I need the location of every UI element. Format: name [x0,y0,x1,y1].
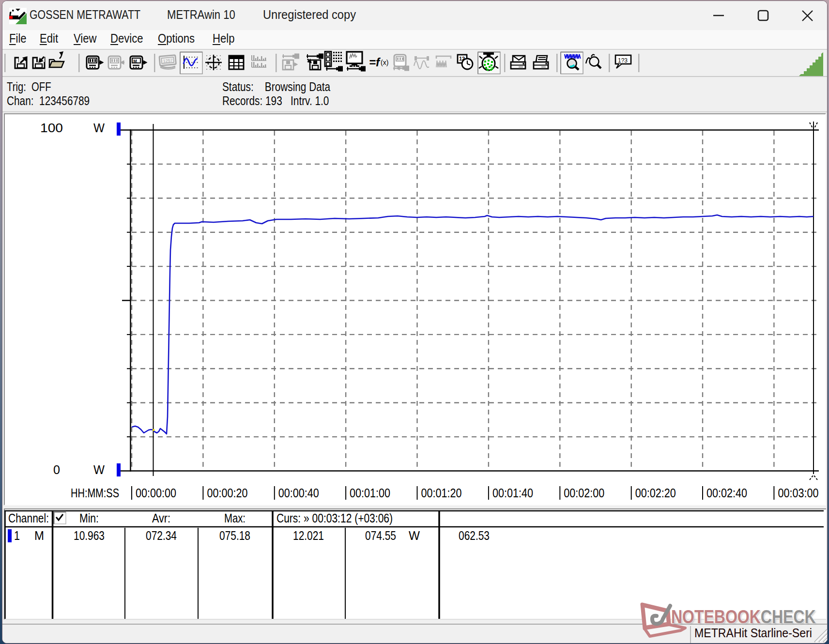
svg-text:1257: 1257 [163,58,173,64]
svg-text:1: 1 [14,528,20,543]
svg-text:=f: =f [369,56,381,69]
svg-text:0: 0 [53,462,60,477]
svg-text:074.55: 074.55 [365,528,396,543]
svg-text:100: 100 [40,121,63,135]
svg-text:M: M [133,59,137,63]
svg-text:M: M [34,528,44,543]
svg-text:HH:MM:SS: HH:MM:SS [71,486,119,500]
svg-text:Avr:: Avr: [152,511,170,525]
svg-text:00:02:00: 00:02:00 [564,486,604,500]
svg-text:00:01:20: 00:01:20 [421,486,462,500]
svg-text:062.53: 062.53 [459,528,490,543]
svg-text:(x): (x) [381,59,388,66]
svg-text:Channel:: Channel: [8,511,49,525]
svg-text:W: W [93,121,105,135]
svg-text:00:00:20: 00:00:20 [207,486,247,500]
svg-text:12.021: 12.021 [293,528,324,543]
svg-text:1?3: 1?3 [618,57,628,64]
svg-text:Curs: » 00:03:12 (+03:06): Curs: » 00:03:12 (+03:06) [276,511,393,525]
svg-text:00:00:00: 00:00:00 [136,486,176,500]
svg-text:00:02:40: 00:02:40 [706,486,747,500]
svg-text:00:01:00: 00:01:00 [350,486,390,500]
svg-text:075.18: 075.18 [219,528,250,543]
svg-text:Min:: Min: [79,511,99,525]
svg-text:072.34: 072.34 [146,528,177,543]
svg-text:00:00:40: 00:00:40 [278,486,319,500]
svg-text:10.963: 10.963 [74,528,105,543]
svg-text:00:02:20: 00:02:20 [635,486,676,500]
svg-text:Max:: Max: [224,511,246,525]
svg-text:00:01:40: 00:01:40 [492,486,533,500]
svg-text:W: W [409,528,420,543]
svg-text:W: W [93,462,105,477]
svg-text:00:03:00: 00:03:00 [778,486,818,500]
